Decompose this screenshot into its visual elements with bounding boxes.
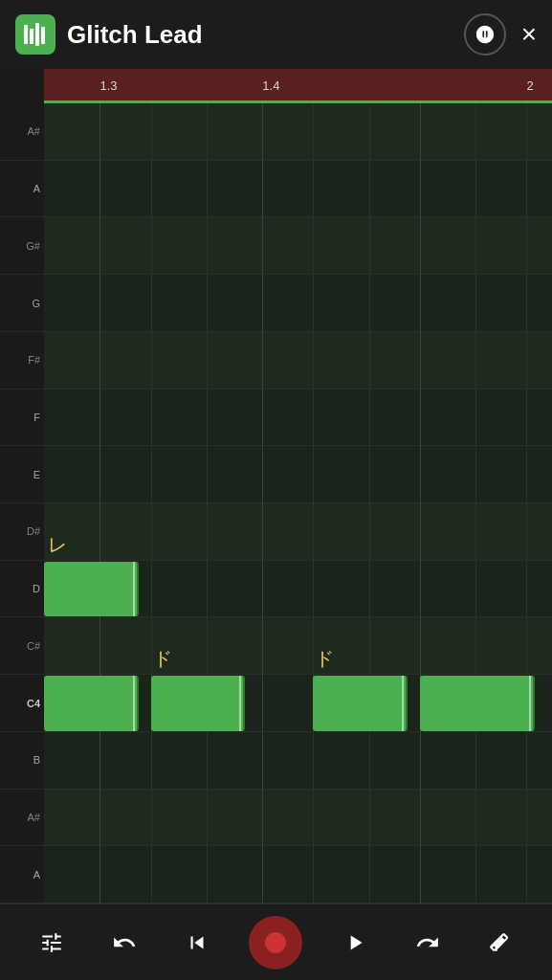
grid-row-cs: [44, 617, 552, 675]
note-grid[interactable]: レドド: [44, 103, 552, 903]
grid-row-a-upper: [44, 161, 552, 218]
record-icon: [265, 932, 286, 953]
header-right: ×: [464, 13, 537, 56]
grid-row-e: [44, 446, 552, 503]
note-cursor: [529, 676, 531, 731]
svg-rect-5: [487, 30, 490, 33]
redo-button[interactable]: [407, 922, 449, 964]
grid-rows: [44, 103, 552, 903]
svg-rect-2: [35, 23, 39, 46]
page-title: Glitch Lead: [67, 20, 203, 50]
erase-button[interactable]: [479, 922, 521, 964]
key-as-lower[interactable]: A#: [0, 790, 44, 847]
grid-row-gs: [44, 217, 552, 275]
header-left: Glitch Lead: [15, 14, 203, 55]
app-icon: [15, 14, 55, 55]
key-c4[interactable]: C4: [0, 675, 44, 732]
key-cs[interactable]: C#: [0, 617, 44, 675]
note-c4-1[interactable]: [44, 676, 139, 731]
piano-keys: A# A G# G F# F E D# D C# C4 B A# A: [0, 69, 44, 903]
key-as-upper[interactable]: A#: [0, 103, 44, 161]
key-gs[interactable]: G#: [0, 217, 44, 275]
note-c4-4[interactable]: [420, 676, 535, 731]
svg-rect-1: [30, 29, 33, 44]
grid-row-b: [44, 732, 552, 790]
svg-rect-3: [41, 27, 45, 44]
key-e[interactable]: E: [0, 446, 44, 503]
note-cursor: [133, 562, 135, 617]
key-ds[interactable]: D#: [0, 503, 44, 561]
mixer-button[interactable]: [31, 922, 73, 964]
grid-row-fs: [44, 332, 552, 390]
piano-roll: A# A G# G F# F E D# D C# C4 B A# A 1.3 1…: [0, 69, 552, 903]
key-f[interactable]: F: [0, 390, 44, 447]
record-button[interactable]: [249, 916, 302, 969]
note-c4-2[interactable]: [151, 676, 246, 731]
key-b[interactable]: B: [0, 732, 44, 790]
grid-row-as-lower: [44, 790, 552, 847]
grid-row-ds: [44, 503, 552, 561]
header: Glitch Lead ×: [0, 0, 552, 69]
grid-row-as-upper: [44, 103, 552, 161]
key-fs[interactable]: F#: [0, 332, 44, 390]
rewind-button[interactable]: [176, 922, 218, 964]
grid-area: 1.3 1.4 2: [44, 69, 552, 903]
key-g[interactable]: G: [0, 275, 44, 332]
play-button[interactable]: [334, 922, 376, 964]
magnet-button[interactable]: [464, 13, 506, 56]
timeline-marker-1-3: 1.3: [99, 78, 117, 92]
note-cursor: [133, 676, 135, 731]
grid-row-a-lower: [44, 846, 552, 903]
note-cursor: [402, 676, 404, 731]
svg-rect-0: [24, 25, 28, 44]
key-a-upper[interactable]: A: [0, 161, 44, 218]
note-cursor: [239, 676, 241, 731]
key-a-lower[interactable]: A: [0, 846, 44, 903]
toolbar: [0, 903, 552, 980]
note-d[interactable]: [44, 562, 139, 617]
svg-rect-4: [479, 30, 482, 33]
timeline-marker-1-4: 1.4: [262, 78, 279, 92]
grid-row-f: [44, 390, 552, 447]
timeline-marker-2: 2: [526, 78, 533, 92]
note-c4-3[interactable]: [313, 676, 408, 731]
close-button[interactable]: ×: [521, 21, 537, 48]
grid-row-g: [44, 275, 552, 332]
key-d[interactable]: D: [0, 561, 44, 618]
timeline: 1.3 1.4 2: [44, 69, 552, 103]
undo-button[interactable]: [103, 922, 145, 964]
